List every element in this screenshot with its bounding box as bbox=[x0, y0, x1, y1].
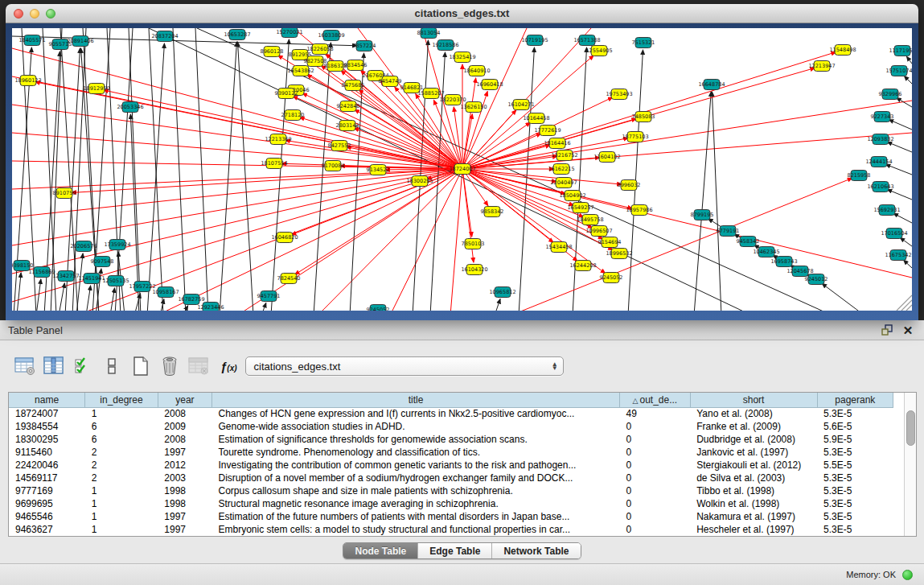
tab-network-table[interactable]: Network Table bbox=[491, 543, 580, 558]
graph-node-label: 12505135 bbox=[102, 278, 129, 284]
graph-edge[interactable] bbox=[35, 82, 462, 169]
table-row[interactable]: 1456911722003Disruption of a novel membe… bbox=[9, 472, 905, 484]
column-header-name[interactable]: name bbox=[9, 393, 85, 407]
table-row[interactable]: 946362711997Embryonic stem cells: a mode… bbox=[9, 523, 905, 536]
graph-edge[interactable] bbox=[906, 56, 912, 64]
window-titlebar[interactable]: citations_edges.txt bbox=[6, 4, 918, 23]
scrollbar-thumb[interactable] bbox=[906, 410, 915, 446]
memory-status-indicator[interactable] bbox=[902, 570, 913, 580]
status-bar: Memory: OK bbox=[0, 563, 924, 585]
graph-edge[interactable] bbox=[694, 92, 711, 311]
graph-edge[interactable] bbox=[887, 189, 912, 200]
table-header[interactable]: namein_degreeyeartitle△out_de...shortpag… bbox=[9, 393, 905, 407]
column-header-indegree[interactable]: in_degree bbox=[85, 393, 158, 407]
graph-node-label: 8215958 bbox=[848, 172, 871, 179]
graph-edge[interactable] bbox=[86, 286, 91, 311]
graph-edge[interactable] bbox=[462, 78, 476, 169]
graph-edge[interactable] bbox=[822, 283, 864, 311]
graph-edge[interactable] bbox=[295, 169, 462, 274]
table-row[interactable]: 1938455462009Genome-wide association stu… bbox=[9, 420, 905, 433]
graph-edge[interactable] bbox=[261, 303, 266, 311]
table-row[interactable]: 1872400712008Changes of HCN gene express… bbox=[9, 407, 905, 420]
graph-edge[interactable] bbox=[519, 47, 534, 311]
graph-edge[interactable] bbox=[12, 169, 462, 189]
graph-edge[interactable] bbox=[147, 43, 164, 311]
column-header-year[interactable]: year bbox=[158, 393, 211, 407]
tab-edge-table[interactable]: Edge Table bbox=[417, 543, 491, 558]
dropdown-stepper-icon: ▲▼ bbox=[552, 362, 558, 370]
graph-edge[interactable] bbox=[110, 288, 115, 311]
graph-node-label: 6779191 bbox=[717, 228, 740, 234]
graph-edge[interactable] bbox=[115, 28, 133, 311]
graph-node-label: 12923446 bbox=[197, 304, 224, 311]
graph-edge[interactable] bbox=[462, 122, 531, 169]
graph-edge[interactable] bbox=[889, 120, 912, 130]
graph-edge[interactable] bbox=[885, 164, 912, 175]
graph-edge[interactable] bbox=[12, 169, 462, 245]
close-panel-icon[interactable]: ✕ bbox=[900, 323, 916, 337]
float-panel-icon[interactable] bbox=[879, 323, 895, 337]
column-header-title[interactable]: title bbox=[212, 393, 620, 407]
graph-edge[interactable] bbox=[160, 299, 164, 311]
column-checklist-button[interactable] bbox=[71, 354, 95, 378]
table-row[interactable]: 911546021997Tourette syndrome. Phenomeno… bbox=[9, 446, 905, 459]
column-header-pagerank[interactable]: pagerank bbox=[817, 393, 893, 407]
graph-node-label: 9134522 bbox=[367, 167, 390, 173]
graph-edge[interactable] bbox=[72, 28, 86, 311]
table-vertical-scrollbar[interactable] bbox=[904, 393, 916, 536]
graph-edge[interactable] bbox=[271, 39, 289, 311]
table-row[interactable]: 977716911998Corpus callosum shape and si… bbox=[9, 484, 905, 497]
column-header-short[interactable]: short bbox=[690, 393, 817, 407]
table-row[interactable]: 2242004622012Investigating the contribut… bbox=[9, 459, 905, 472]
graph-edge[interactable] bbox=[72, 169, 462, 192]
graph-node-label: 12213369 bbox=[265, 136, 291, 142]
graph-edge[interactable] bbox=[12, 169, 462, 217]
table-row[interactable]: 946554611997Estimation of the future num… bbox=[9, 510, 905, 523]
graph-edge[interactable] bbox=[462, 169, 472, 237]
graph-edge[interactable] bbox=[893, 213, 912, 223]
graph-edge[interactable] bbox=[238, 42, 253, 311]
graph-edge[interactable] bbox=[495, 299, 500, 311]
graph-edge[interactable] bbox=[904, 76, 912, 84]
network-canvas[interactable]: 1872400718300295896012889129551822605898… bbox=[12, 28, 912, 311]
graph-node-label: 16648784 bbox=[698, 81, 725, 88]
table-row[interactable]: 969969511998Structural magnetic resonanc… bbox=[9, 497, 905, 510]
table-mode-button[interactable] bbox=[13, 354, 37, 378]
show-columns-button[interactable] bbox=[42, 354, 66, 378]
row-height-button[interactable] bbox=[100, 354, 124, 378]
graph-edge[interactable] bbox=[462, 52, 836, 169]
tab-node-table[interactable]: Node Table bbox=[343, 543, 417, 558]
graph-edge[interactable] bbox=[390, 169, 462, 311]
graph-edge[interactable] bbox=[712, 92, 721, 311]
graph-node-label: 16571388 bbox=[573, 37, 600, 43]
memory-status-label: Memory: OK bbox=[846, 570, 896, 579]
graph-edge[interactable] bbox=[134, 294, 141, 311]
graph-node-label: 16960418 bbox=[476, 81, 503, 88]
graph-node-label: 10958167 bbox=[152, 289, 179, 295]
table-panel: Table Panel ✕ bbox=[0, 320, 924, 585]
graph-edge[interactable] bbox=[149, 28, 163, 311]
graph-edge[interactable] bbox=[173, 28, 186, 311]
table-selector-dropdown[interactable]: citations_edges.txt ▲▼ bbox=[245, 356, 564, 376]
graph-edge[interactable] bbox=[220, 42, 236, 311]
graph-node-label: 9457791 bbox=[257, 293, 281, 299]
graph-node-label: 18957986 bbox=[626, 207, 652, 213]
graph-edge[interactable] bbox=[60, 28, 78, 311]
function-builder-button[interactable]: ƒ(x) bbox=[220, 360, 237, 373]
column-header-outde[interactable]: △out_de... bbox=[620, 393, 691, 407]
graph-node-label: 19218586 bbox=[432, 42, 458, 48]
graph-edge[interactable] bbox=[462, 28, 527, 169]
graph-edge[interactable] bbox=[107, 28, 121, 311]
delete-column-button[interactable] bbox=[158, 354, 182, 378]
resize-grip-icon[interactable] bbox=[897, 295, 912, 311]
graph-edge[interactable] bbox=[900, 237, 912, 246]
graph-edge[interactable] bbox=[12, 169, 462, 274]
create-column-button[interactable] bbox=[129, 354, 153, 378]
graph-edge[interactable] bbox=[17, 273, 21, 311]
graph-edge[interactable] bbox=[36, 279, 41, 311]
graph-edge[interactable] bbox=[904, 260, 912, 268]
table-row[interactable]: 1830029562008Estimation of significance … bbox=[9, 433, 905, 446]
graph-edge[interactable] bbox=[887, 142, 912, 152]
graph-node-label: 18226058 bbox=[306, 46, 333, 52]
graph-node-label: 12554905 bbox=[585, 47, 612, 54]
